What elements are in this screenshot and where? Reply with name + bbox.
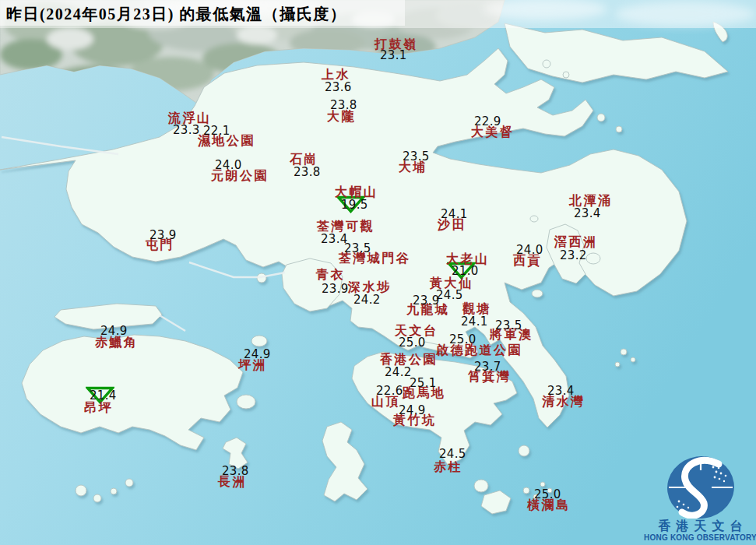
station-name: 深水埗 [348, 281, 392, 294]
hei-ling-chau [237, 395, 255, 409]
station-value: 23.4 [574, 208, 601, 220]
hk-min-temp-map: 昨日(2024年05月23日) 的最低氣溫（攝氏度） 打鼓嶺23.1上水23.6… [0, 0, 756, 545]
base-map [0, 0, 756, 545]
station-value: 19.5 [341, 199, 368, 211]
station-value: 22.6 [376, 385, 403, 397]
station-value: 25.0 [449, 334, 476, 346]
station-value: 25.1 [410, 378, 437, 389]
station-value: 24.2 [353, 294, 381, 306]
station-value: 23.8 [330, 100, 357, 111]
station-value: 23.7 [474, 361, 501, 373]
station-value: 23.6 [325, 82, 352, 93]
station-value: 21.0 [452, 265, 479, 277]
station-value: 24.1 [461, 316, 488, 328]
station-value: 24.9 [100, 325, 128, 337]
station-value: 23.2 [560, 250, 587, 262]
hko-logo-name-zh: 香港天文台 [645, 519, 756, 535]
station-value: 23.9 [322, 283, 349, 295]
map-title: 昨日(2024年05月23日) 的最低氣溫（攝氏度） [6, 4, 346, 25]
station-value: 22.1 [203, 125, 230, 137]
station-name: 大帽山 [335, 186, 378, 199]
station-value: 24.9 [399, 405, 426, 417]
station-name: 北潭涌 [569, 195, 613, 207]
station-value: 24.0 [215, 160, 242, 171]
peng-chau [251, 336, 267, 346]
station-value: 23.4 [547, 385, 575, 397]
station-value: 23.8 [294, 167, 321, 178]
hko-logo-emblem [645, 433, 756, 519]
station-value: 23.5 [403, 151, 430, 163]
station-value: 24.9 [244, 349, 271, 360]
station-name: 石崗 [290, 153, 318, 166]
station-value: 24.5 [439, 448, 466, 460]
station-value: 25.0 [534, 489, 561, 501]
station-value: 23.3 [173, 125, 200, 136]
station-value: 23.5 [344, 243, 371, 255]
station-name: 赤柱 [434, 461, 462, 473]
station-name: 大隴 [327, 111, 356, 123]
station-name: 滘西洲 [554, 236, 598, 248]
station-name: 荃灣可觀 [317, 220, 374, 233]
station-name: 赤鱲角 [95, 336, 139, 349]
station-value: 24.1 [441, 209, 468, 220]
station-value: 23.1 [380, 50, 407, 62]
station-value: 21.4 [90, 390, 117, 402]
station-name: 觀塘 [462, 303, 491, 315]
station-value: 23.8 [222, 466, 249, 477]
station-value: 23.9 [413, 295, 440, 307]
station-value: 24.5 [436, 290, 463, 301]
station-value: 23.9 [149, 230, 177, 241]
station-name: 上水 [322, 69, 350, 81]
station-name: 青衣 [316, 269, 345, 281]
hko-logo: 香港天文台 HONG KONG OBSERVATORY [645, 433, 756, 545]
station-name: 香港公園 [380, 353, 438, 366]
po-toi-islands [474, 480, 488, 492]
station-name: 昂坪 [84, 402, 113, 414]
waglan-islet [540, 482, 545, 487]
station-value: 24.0 [516, 244, 543, 256]
station-value: 25.0 [399, 337, 426, 349]
tung-lung-chau [519, 445, 529, 456]
station-value: 24.2 [385, 367, 412, 378]
station-value: 22.9 [474, 116, 501, 128]
hko-logo-name-en: HONG KONG OBSERVATORY [640, 533, 756, 542]
station-value: 23.5 [495, 320, 522, 332]
